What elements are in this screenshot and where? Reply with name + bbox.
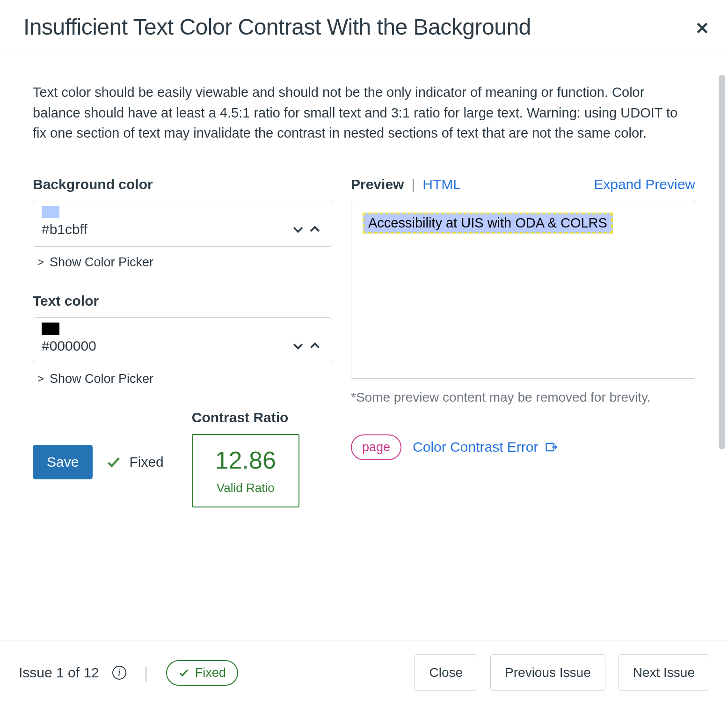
issue-counter: Issue 1 of 12 bbox=[19, 665, 99, 681]
next-issue-button[interactable]: Next Issue bbox=[619, 654, 709, 691]
chevron-right-icon: > bbox=[37, 372, 44, 385]
footer-divider: | bbox=[144, 664, 148, 682]
chevron-down-icon[interactable] bbox=[290, 221, 306, 238]
fixed-indicator: Fixed bbox=[106, 454, 163, 470]
contrast-ratio-label: Contrast Ratio bbox=[192, 410, 299, 426]
scrollbar[interactable] bbox=[719, 75, 725, 449]
modal-header: Insufficient Text Color Contrast With th… bbox=[0, 0, 728, 54]
external-link-icon bbox=[545, 441, 558, 454]
background-swatch bbox=[42, 206, 59, 218]
issue-description: Text color should be easily viewable and… bbox=[33, 82, 688, 144]
contrast-ratio-box: 12.86 Valid Ratio bbox=[192, 434, 299, 507]
expand-preview-link[interactable]: Expand Preview bbox=[594, 176, 695, 192]
form-column: Background color #b1cbff > Show Color Pi… bbox=[33, 176, 332, 507]
tab-html[interactable]: HTML bbox=[422, 176, 461, 192]
contrast-ratio-value: 12.86 bbox=[211, 446, 280, 474]
check-icon bbox=[178, 667, 189, 678]
text-color-label: Text color bbox=[33, 293, 332, 309]
chevron-up-icon[interactable] bbox=[306, 338, 323, 354]
background-color-value: #b1cbff bbox=[42, 221, 290, 237]
previous-issue-button[interactable]: Previous Issue bbox=[490, 654, 605, 691]
text-swatch bbox=[42, 323, 59, 335]
text-color-value: #000000 bbox=[42, 338, 290, 354]
info-icon[interactable]: i bbox=[112, 666, 126, 680]
preview-box: Accessibility at UIS with ODA & COLRS bbox=[351, 201, 695, 379]
content-type-badge: page bbox=[351, 434, 401, 460]
background-color-label: Background color bbox=[33, 176, 332, 192]
close-button[interactable]: Close bbox=[415, 654, 477, 691]
modal-title: Insufficient Text Color Contrast With th… bbox=[23, 14, 705, 40]
contrast-ratio-status: Valid Ratio bbox=[211, 481, 280, 495]
color-contrast-error-link[interactable]: Color Contrast Error bbox=[413, 439, 558, 455]
chevron-down-icon[interactable] bbox=[290, 338, 306, 354]
preview-column: Preview | HTML Expand Preview Accessibil… bbox=[351, 176, 695, 507]
show-bg-color-picker[interactable]: > Show Color Picker bbox=[33, 255, 332, 270]
modal-dialog: Insufficient Text Color Contrast With th… bbox=[0, 0, 728, 705]
text-color-input[interactable]: #000000 bbox=[33, 317, 332, 363]
chevron-right-icon: > bbox=[37, 256, 44, 269]
tab-preview[interactable]: Preview bbox=[351, 176, 404, 192]
preview-note: *Some preview content may be removed for… bbox=[351, 388, 695, 406]
preview-content: Accessibility at UIS with ODA & COLRS bbox=[363, 213, 613, 234]
show-text-color-picker[interactable]: > Show Color Picker bbox=[33, 372, 332, 386]
chevron-up-icon[interactable] bbox=[306, 221, 323, 238]
check-icon bbox=[106, 454, 122, 470]
save-button[interactable]: Save bbox=[33, 445, 93, 479]
modal-body: Text color should be easily viewable and… bbox=[0, 54, 728, 640]
tab-divider: | bbox=[411, 176, 415, 192]
modal-footer: Issue 1 of 12 i | Fixed Close Previous I… bbox=[0, 640, 728, 705]
close-icon[interactable]: ✕ bbox=[695, 19, 709, 38]
background-color-input[interactable]: #b1cbff bbox=[33, 201, 332, 247]
fixed-pill: Fixed bbox=[166, 660, 238, 686]
